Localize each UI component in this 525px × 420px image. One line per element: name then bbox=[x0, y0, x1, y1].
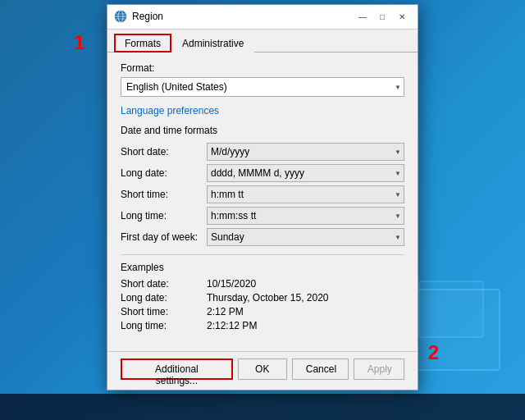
short-date-dropdown-wrapper: M/d/yyyy ▼ bbox=[207, 143, 404, 161]
long-time-row: Long time: h:mm:ss tt ▼ bbox=[121, 207, 404, 225]
title-bar: Region — □ ✕ bbox=[107, 5, 418, 30]
region-dialog: Region — □ ✕ Formats Administrative Form… bbox=[107, 4, 418, 390]
example-short-date-value: 10/15/2020 bbox=[207, 278, 256, 290]
first-day-label: First day of week: bbox=[121, 231, 207, 243]
examples-title: Examples bbox=[121, 262, 404, 273]
minimize-button[interactable]: — bbox=[354, 7, 372, 25]
example-long-time-label: Long time: bbox=[121, 320, 207, 331]
first-day-dropdown-wrapper: Sunday ▼ bbox=[207, 228, 404, 246]
annotation-label-1: 1 bbox=[74, 31, 84, 54]
short-date-select[interactable]: M/d/yyyy bbox=[207, 143, 404, 161]
apply-button[interactable]: Apply bbox=[354, 358, 404, 380]
annotation-label-2: 2 bbox=[428, 341, 439, 364]
maximize-button[interactable]: □ bbox=[373, 7, 391, 25]
taskbar bbox=[0, 394, 525, 420]
example-long-date-label: Long date: bbox=[121, 292, 207, 304]
short-time-label: Short time: bbox=[121, 189, 207, 200]
title-bar-left: Region bbox=[114, 10, 163, 23]
long-date-dropdown-wrapper: dddd, MMMM d, yyyy ▼ bbox=[207, 164, 404, 182]
long-time-dropdown-wrapper: h:mm:ss tt ▼ bbox=[207, 207, 404, 225]
dialog-title: Region bbox=[132, 11, 163, 22]
examples-section: Examples Short date: 10/15/2020 Long dat… bbox=[121, 254, 404, 331]
additional-settings-button[interactable]: Additional settings... bbox=[121, 358, 233, 380]
example-long-date-value: Thursday, October 15, 2020 bbox=[207, 292, 329, 304]
tab-bar: Formats Administrative bbox=[107, 30, 418, 52]
format-field-label: Format: bbox=[121, 62, 404, 74]
example-short-time: Short time: 2:12 PM bbox=[121, 306, 404, 317]
bg-decoration-2 bbox=[418, 281, 484, 338]
example-short-time-value: 2:12 PM bbox=[207, 306, 244, 317]
long-date-select[interactable]: dddd, MMMM d, yyyy bbox=[207, 164, 404, 182]
language-preferences-link[interactable]: Language preferences bbox=[121, 105, 219, 116]
long-date-row: Long date: dddd, MMMM d, yyyy ▼ bbox=[121, 164, 404, 182]
short-time-select[interactable]: h:mm tt bbox=[207, 185, 404, 203]
short-date-label: Short date: bbox=[121, 146, 207, 158]
tab-administrative[interactable]: Administrative bbox=[171, 34, 254, 52]
example-long-time-value: 2:12:12 PM bbox=[207, 320, 257, 331]
cancel-button[interactable]: Cancel bbox=[292, 358, 349, 380]
example-long-time: Long time: 2:12:12 PM bbox=[121, 320, 404, 331]
dialog-icon bbox=[114, 10, 127, 23]
long-date-label: Long date: bbox=[121, 167, 207, 179]
first-day-select[interactable]: Sunday bbox=[207, 228, 404, 246]
date-time-section-title: Date and time formats bbox=[121, 125, 404, 136]
bottom-bar: Additional settings... OK Cancel Apply bbox=[107, 351, 418, 390]
first-day-row: First day of week: Sunday ▼ bbox=[121, 228, 404, 246]
formats-grid: Short date: M/d/yyyy ▼ Long date: dddd, … bbox=[121, 143, 404, 246]
formats-content: Format: English (United States) ▼ Langua… bbox=[107, 52, 418, 351]
example-short-time-label: Short time: bbox=[121, 306, 207, 317]
close-button[interactable]: ✕ bbox=[393, 7, 411, 25]
title-bar-buttons: — □ ✕ bbox=[354, 7, 411, 25]
long-time-select[interactable]: h:mm:ss tt bbox=[207, 207, 404, 225]
format-dropdown-wrapper: English (United States) ▼ bbox=[121, 77, 404, 97]
example-long-date: Long date: Thursday, October 15, 2020 bbox=[121, 292, 404, 304]
short-time-dropdown-wrapper: h:mm tt ▼ bbox=[207, 185, 404, 203]
short-date-row: Short date: M/d/yyyy ▼ bbox=[121, 143, 404, 161]
short-time-row: Short time: h:mm tt ▼ bbox=[121, 185, 404, 203]
example-short-date-label: Short date: bbox=[121, 278, 207, 290]
example-short-date: Short date: 10/15/2020 bbox=[121, 278, 404, 290]
format-select[interactable]: English (United States) bbox=[121, 77, 404, 97]
tab-formats[interactable]: Formats bbox=[114, 34, 171, 52]
long-time-label: Long time: bbox=[121, 210, 207, 221]
ok-button[interactable]: OK bbox=[238, 358, 287, 380]
